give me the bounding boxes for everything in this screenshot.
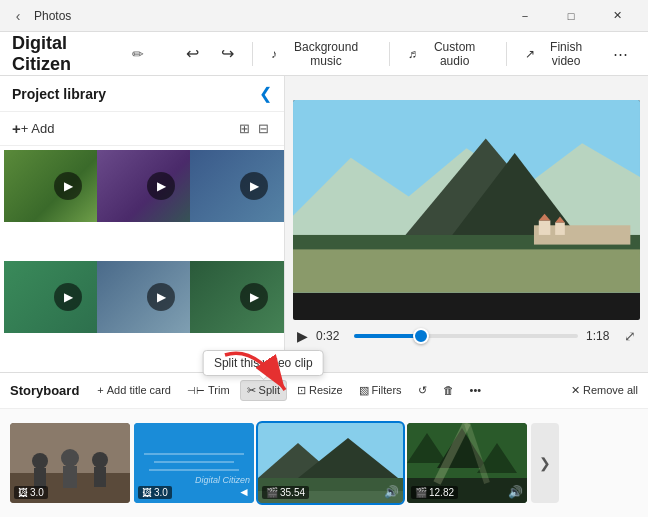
rotate-icon: ↺: [418, 384, 427, 397]
progress-thumb[interactable]: [413, 328, 429, 344]
trim-icon: ⊣⊢: [187, 385, 205, 396]
clip-duration-badge: 🎬 12.82: [411, 486, 458, 499]
storyboard-area: Storyboard + Add title card ⊣⊢ Trim ✂ Sp…: [0, 372, 648, 517]
scroll-right-button[interactable]: ❯: [531, 423, 559, 503]
current-time: 0:32: [316, 329, 346, 343]
video-preview: [293, 100, 640, 320]
clip-duration: 3.0: [154, 487, 168, 498]
remove-all-button[interactable]: ✕ Remove all: [571, 384, 638, 397]
filters-button[interactable]: ▧ Filters: [353, 381, 408, 400]
clip-item[interactable]: 🖼 3.0: [10, 423, 130, 503]
svg-rect-8: [555, 222, 565, 235]
svg-rect-14: [34, 468, 46, 488]
storyboard-title: Storyboard: [10, 383, 79, 398]
minimize-button[interactable]: −: [502, 0, 548, 32]
filters-icon: ▧: [359, 384, 369, 397]
svg-rect-6: [539, 220, 551, 234]
view-toggle: ⊞ ⊟: [236, 118, 272, 139]
svg-point-13: [32, 453, 48, 469]
undo-button[interactable]: ↩: [178, 40, 207, 67]
clip-audio-icon: 🔊: [384, 485, 399, 499]
clip-item[interactable]: 🎬 12.82 🔊: [407, 423, 527, 503]
delete-icon: 🗑: [443, 384, 454, 396]
trim-button[interactable]: ⊣⊢ Trim: [181, 381, 236, 399]
clip-item[interactable]: 🎬 35.54 🔊: [258, 423, 403, 503]
end-time: 1:18: [586, 329, 616, 343]
play-icon: ▶: [297, 328, 308, 344]
toolbar-separator-3: [506, 42, 507, 66]
close-button[interactable]: ✕: [594, 0, 640, 32]
maximize-button[interactable]: □: [548, 0, 594, 32]
content-area: Project library ❮ + + Add ⊞ ⊟ ▶ ▶: [0, 76, 648, 372]
play-overlay: ▶: [240, 172, 268, 200]
clip-item[interactable]: 🖼 3.0 Digital Citizen ◄: [134, 423, 254, 503]
title-bar: ‹ Photos − □ ✕: [0, 0, 648, 32]
storyboard-toolbar: Storyboard + Add title card ⊣⊢ Trim ✂ Sp…: [0, 373, 648, 409]
music-icon: ♪: [271, 47, 277, 61]
collapse-panel-button[interactable]: ❮: [259, 84, 272, 103]
clip-watermark: Digital Citizen: [195, 475, 250, 485]
svg-rect-21: [154, 461, 234, 463]
progress-fill: [354, 334, 421, 338]
toolbar-separator-1: [252, 42, 253, 66]
custom-audio-button[interactable]: ♬ Custom audio: [400, 36, 496, 72]
svg-rect-20: [144, 453, 244, 455]
storyboard-clips: 🖼 3.0 🖼 3.0 Digital Citizen ◄: [0, 409, 648, 517]
clip-arrow-indicator: ◄: [238, 485, 250, 499]
finish-video-button[interactable]: ↗ Finish video: [517, 36, 601, 72]
split-tooltip: Split this video clip: [203, 350, 324, 376]
rotate-button[interactable]: ↺: [412, 381, 433, 400]
clip-icon: 🖼: [142, 487, 152, 498]
play-overlay: ▶: [54, 172, 82, 200]
svg-point-15: [61, 449, 79, 467]
more-options-button[interactable]: ⋯: [605, 41, 636, 67]
panel-toolbar: + + Add ⊞ ⊟: [0, 112, 284, 146]
grid-icon-2: ⊟: [258, 121, 269, 136]
more-icon: •••: [470, 384, 482, 396]
play-overlay: ▶: [147, 172, 175, 200]
app-title: Photos: [34, 9, 71, 23]
remove-icon: ✕: [571, 384, 580, 397]
grid-icon-1: ⊞: [239, 121, 250, 136]
redo-button[interactable]: ↪: [213, 40, 242, 67]
add-title-icon: +: [97, 384, 103, 396]
play-overlay: ▶: [240, 283, 268, 311]
clip-icon: 🖼: [18, 487, 28, 498]
clip-duration: 12.82: [429, 487, 454, 498]
expand-button[interactable]: ⤢: [624, 328, 636, 344]
panel-title: Project library: [12, 86, 259, 102]
grid-view-button-2[interactable]: ⊟: [255, 118, 272, 139]
split-button-container: ✂ Split Split this video clip: [240, 380, 287, 401]
main-toolbar: Digital Citizen ✏ ↩ ↪ ♪ Background music…: [0, 32, 648, 76]
resize-button[interactable]: ⊡ Resize: [291, 381, 349, 400]
more-storyboard-button[interactable]: •••: [464, 381, 488, 399]
delete-button[interactable]: 🗑: [437, 381, 460, 399]
left-panel: Project library ❮ + + Add ⊞ ⊟ ▶ ▶: [0, 76, 285, 372]
clip-duration-badge: 🖼 3.0: [138, 486, 172, 499]
back-icon[interactable]: ‹: [8, 6, 28, 26]
media-item[interactable]: ▶: [190, 261, 284, 333]
export-icon: ↗: [525, 47, 535, 61]
edit-title-button[interactable]: ✏: [128, 42, 148, 66]
clip-duration: 3.0: [30, 487, 44, 498]
background-music-button[interactable]: ♪ Background music: [263, 36, 379, 72]
play-button[interactable]: ▶: [297, 328, 308, 344]
play-overlay: ▶: [147, 283, 175, 311]
svg-rect-22: [149, 469, 239, 471]
grid-view-button-1[interactable]: ⊞: [236, 118, 253, 139]
clip-icon: 🎬: [266, 487, 278, 498]
progress-track[interactable]: [354, 334, 578, 338]
media-item[interactable]: ▶: [190, 150, 284, 222]
clip-duration-badge: 🎬 35.54: [262, 486, 309, 499]
clip-audio-icon: 🔊: [508, 485, 523, 499]
add-media-button[interactable]: + + Add: [12, 120, 54, 137]
video-preview-image: [293, 100, 640, 293]
clip-duration-badge: 🖼 3.0: [14, 486, 48, 499]
chevron-right-icon: ❯: [539, 455, 551, 471]
svg-rect-18: [94, 467, 106, 487]
progress-area: ▶ 0:32 1:18 ⤢: [293, 324, 640, 348]
add-title-card-button[interactable]: + Add title card: [91, 381, 177, 399]
add-icon: +: [12, 120, 21, 137]
right-panel: ▶ 0:32 1:18 ⤢: [285, 76, 648, 372]
media-grid: ▶ ▶ ▶ ▶ ▶ ▶: [0, 146, 284, 372]
